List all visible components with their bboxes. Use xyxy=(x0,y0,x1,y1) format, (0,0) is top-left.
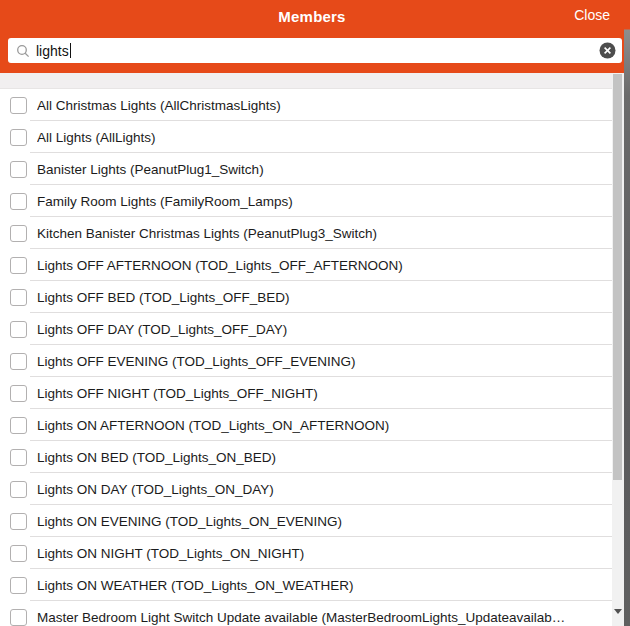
member-row[interactable]: Lights OFF EVENING (TOD_Lights_OFF_EVENI… xyxy=(0,345,612,377)
member-checkbox[interactable] xyxy=(10,481,27,498)
member-label: Master Bedroom Light Switch Update avail… xyxy=(37,610,565,625)
member-checkbox[interactable] xyxy=(10,225,27,242)
member-checkbox[interactable] xyxy=(10,161,27,178)
member-row[interactable]: Lights ON WEATHER (TOD_Lights_ON_WEATHER… xyxy=(0,569,612,601)
member-label: All Christmas Lights (AllChristmasLights… xyxy=(37,98,281,113)
dialog-header: Members Close lights xyxy=(0,0,624,73)
members-rows: All Christmas Lights (AllChristmasLights… xyxy=(0,88,612,626)
close-button[interactable]: Close xyxy=(574,7,610,23)
member-row[interactable]: Lights ON NIGHT (TOD_Lights_ON_NIGHT) xyxy=(0,537,612,569)
member-label: Lights ON WEATHER (TOD_Lights_ON_WEATHER… xyxy=(37,578,354,593)
member-row[interactable]: Lights ON DAY (TOD_Lights_ON_DAY) xyxy=(0,473,612,505)
member-checkbox[interactable] xyxy=(10,97,27,114)
member-row[interactable]: All Lights (AllLights) xyxy=(0,121,612,153)
member-checkbox[interactable] xyxy=(10,321,27,338)
member-checkbox[interactable] xyxy=(10,513,27,530)
text-caret xyxy=(70,43,71,58)
member-row[interactable]: Lights ON AFTERNOON (TOD_Lights_ON_AFTER… xyxy=(0,409,612,441)
member-row[interactable]: Lights OFF BED (TOD_Lights_OFF_BED) xyxy=(0,281,612,313)
member-checkbox[interactable] xyxy=(10,609,27,626)
member-row[interactable]: Kitchen Banister Christmas Lights (Peanu… xyxy=(0,217,612,249)
member-label: Lights ON DAY (TOD_Lights_ON_DAY) xyxy=(37,482,274,497)
member-label: Banister Lights (PeanutPlug1_Switch) xyxy=(37,162,264,177)
member-label: Lights ON AFTERNOON (TOD_Lights_ON_AFTER… xyxy=(37,418,389,433)
member-checkbox[interactable] xyxy=(10,257,27,274)
dialog-titlebar: Members Close xyxy=(0,0,624,32)
member-checkbox[interactable] xyxy=(10,193,27,210)
search-input[interactable]: lights xyxy=(36,43,71,59)
member-label: Lights OFF AFTERNOON (TOD_Lights_OFF_AFT… xyxy=(37,258,403,273)
member-label: Lights OFF DAY (TOD_Lights_OFF_DAY) xyxy=(37,322,287,337)
member-label: Lights OFF BED (TOD_Lights_OFF_BED) xyxy=(37,290,290,305)
member-row[interactable]: Family Room Lights (FamilyRoom_Lamps) xyxy=(0,185,612,217)
member-label: Lights ON NIGHT (TOD_Lights_ON_NIGHT) xyxy=(37,546,304,561)
member-row[interactable]: Lights OFF AFTERNOON (TOD_Lights_OFF_AFT… xyxy=(0,249,612,281)
member-checkbox[interactable] xyxy=(10,353,27,370)
member-checkbox[interactable] xyxy=(10,577,27,594)
member-checkbox[interactable] xyxy=(10,417,27,434)
member-checkbox[interactable] xyxy=(10,545,27,562)
search-value: lights xyxy=(36,43,69,59)
member-row[interactable]: Lights ON BED (TOD_Lights_ON_BED) xyxy=(0,441,612,473)
member-label: Lights OFF NIGHT (TOD_Lights_OFF_NIGHT) xyxy=(37,386,318,401)
member-checkbox[interactable] xyxy=(10,385,27,402)
dialog-title: Members xyxy=(0,8,624,25)
member-checkbox[interactable] xyxy=(10,449,27,466)
scrollbar[interactable] xyxy=(612,73,624,626)
member-label: Lights OFF EVENING (TOD_Lights_OFF_EVENI… xyxy=(37,354,356,369)
background-scrim xyxy=(624,0,630,626)
search-box[interactable]: lights xyxy=(8,38,622,63)
member-row[interactable]: Banister Lights (PeanutPlug1_Switch) xyxy=(0,153,612,185)
member-row[interactable]: Lights ON EVENING (TOD_Lights_ON_EVENING… xyxy=(0,505,612,537)
scrollbar-down-arrow-icon[interactable] xyxy=(614,608,622,614)
members-list: All Christmas Lights (AllChristmasLights… xyxy=(0,73,612,626)
member-label: Kitchen Banister Christmas Lights (Peanu… xyxy=(37,226,377,241)
clear-search-button[interactable] xyxy=(599,42,616,59)
members-dialog: Members Close lights All Christmas Light… xyxy=(0,0,630,626)
member-label: Lights ON EVENING (TOD_Lights_ON_EVENING… xyxy=(37,514,342,529)
member-row[interactable]: All Christmas Lights (AllChristmasLights… xyxy=(0,88,612,121)
member-label: Lights ON BED (TOD_Lights_ON_BED) xyxy=(37,450,276,465)
member-row[interactable]: Lights OFF NIGHT (TOD_Lights_OFF_NIGHT) xyxy=(0,377,612,409)
member-checkbox[interactable] xyxy=(10,289,27,306)
search-icon xyxy=(16,44,30,58)
member-row[interactable]: Master Bedroom Light Switch Update avail… xyxy=(0,601,612,626)
member-label: All Lights (AllLights) xyxy=(37,130,156,145)
member-row[interactable]: Lights OFF DAY (TOD_Lights_OFF_DAY) xyxy=(0,313,612,345)
member-label: Family Room Lights (FamilyRoom_Lamps) xyxy=(37,194,293,209)
member-checkbox[interactable] xyxy=(10,129,27,146)
scrollbar-thumb[interactable] xyxy=(613,74,622,480)
